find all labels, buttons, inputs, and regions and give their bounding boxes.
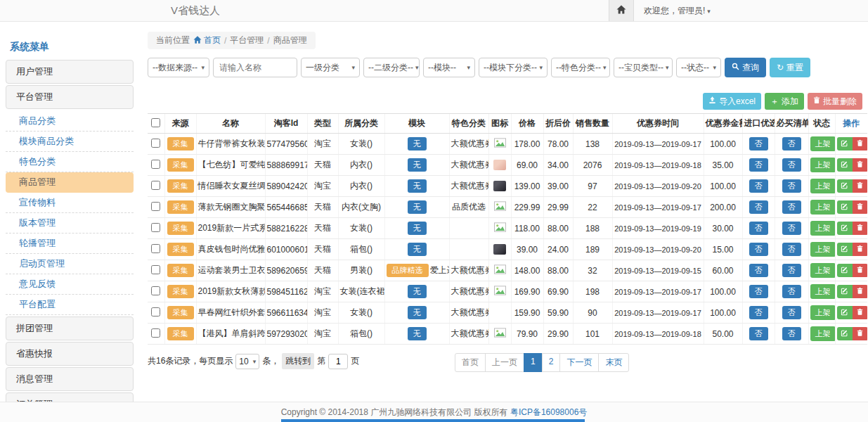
sidebar-item-version-management[interactable]: 版本管理 — [6, 213, 134, 234]
import-select-toggle[interactable]: 否 — [749, 179, 768, 193]
row-checkbox[interactable] — [151, 307, 160, 316]
page-first[interactable]: 首页 — [455, 353, 486, 372]
sidebar-section-platform-management[interactable]: 平台管理 — [6, 85, 134, 109]
must-buy-toggle[interactable]: 否 — [782, 327, 801, 341]
sidebar-section-group-buy-management[interactable]: 拼团管理 — [6, 316, 134, 340]
filter-select-data-source[interactable]: --数据来源--▾ — [148, 58, 209, 77]
edit-button[interactable] — [837, 243, 853, 256]
import-select-toggle[interactable]: 否 — [749, 243, 768, 257]
sidebar-item-goods-category[interactable]: 商品分类 — [6, 111, 134, 132]
add-button[interactable]: ＋ 添加 — [765, 93, 804, 110]
sidebar-item-platform-config[interactable]: 平台配置 — [6, 295, 134, 315]
sidebar-item-goods-management[interactable]: 商品管理 — [6, 172, 134, 193]
import-select-toggle[interactable]: 否 — [749, 306, 768, 320]
row-checkbox[interactable] — [151, 160, 160, 169]
filter-select-module[interactable]: --模块--▾ — [423, 58, 475, 77]
edit-button[interactable] — [837, 264, 853, 277]
import-select-toggle[interactable]: 否 — [749, 264, 768, 278]
filter-select-item-type[interactable]: --宝贝类型--▾ — [614, 58, 673, 77]
filter-select-level1-category[interactable]: 一级分类▾ — [301, 58, 360, 77]
sidebar-section-message-management[interactable]: 消息管理 — [6, 367, 134, 391]
import-select-toggle[interactable]: 否 — [749, 137, 768, 151]
delete-button[interactable] — [853, 222, 868, 235]
edit-button[interactable] — [837, 285, 853, 298]
import-select-toggle[interactable]: 否 — [749, 222, 768, 236]
sidebar-item-feedback[interactable]: 意见反馈 — [6, 274, 134, 295]
page-last[interactable]: 末页 — [598, 353, 629, 372]
row-checkbox[interactable] — [151, 181, 160, 190]
edit-button[interactable] — [837, 327, 853, 340]
delete-button[interactable] — [853, 158, 868, 172]
edit-button[interactable] — [837, 158, 853, 172]
status-toggle[interactable]: 上架 — [810, 263, 836, 278]
delete-button[interactable] — [853, 179, 868, 193]
sidebar-item-feature-category[interactable]: 特色分类 — [6, 152, 134, 172]
page-2[interactable]: 2 — [542, 353, 561, 372]
status-toggle[interactable]: 上架 — [810, 326, 836, 341]
page-number-input[interactable] — [328, 354, 348, 369]
delete-button[interactable] — [853, 137, 868, 151]
select-all-checkbox[interactable] — [151, 118, 160, 127]
row-checkbox[interactable] — [151, 139, 160, 148]
must-buy-toggle[interactable]: 否 — [782, 222, 801, 236]
batch-delete-button[interactable]: 批量删除 — [808, 93, 862, 110]
reset-button[interactable]: ↻重置 — [770, 58, 810, 77]
delete-button[interactable] — [853, 200, 868, 214]
must-buy-toggle[interactable]: 否 — [782, 243, 801, 257]
filter-select-level2-category[interactable]: --二级分类--▾ — [363, 58, 420, 77]
row-checkbox[interactable] — [151, 223, 160, 232]
must-buy-toggle[interactable]: 否 — [782, 137, 801, 151]
row-checkbox[interactable] — [151, 244, 160, 253]
delete-button[interactable] — [853, 285, 868, 298]
search-button[interactable]: 查询 — [725, 58, 766, 77]
icp-link[interactable]: 粤ICP备16098006号 — [510, 407, 587, 417]
must-buy-toggle[interactable]: 否 — [782, 306, 801, 320]
edit-button[interactable] — [837, 222, 853, 235]
status-toggle[interactable]: 上架 — [810, 200, 836, 215]
status-toggle[interactable]: 上架 — [810, 179, 836, 193]
breadcrumb-home-link[interactable]: 首页 — [193, 34, 221, 46]
filter-select-module-sub-category[interactable]: --模块下分类--▾ — [479, 58, 548, 77]
page-next[interactable]: 下一页 — [559, 353, 599, 372]
edit-button[interactable] — [837, 179, 853, 193]
must-buy-toggle[interactable]: 否 — [782, 285, 801, 299]
sidebar-item-promo-materials[interactable]: 宣传物料 — [6, 193, 134, 213]
edit-button[interactable] — [837, 306, 853, 319]
status-toggle[interactable]: 上架 — [810, 136, 836, 151]
edit-button[interactable] — [837, 137, 853, 151]
page-prev[interactable]: 上一页 — [485, 353, 524, 372]
delete-button[interactable] — [853, 327, 868, 340]
must-buy-toggle[interactable]: 否 — [782, 158, 801, 172]
status-toggle[interactable]: 上架 — [810, 158, 836, 172]
sidebar-item-splash-management[interactable]: 启动页管理 — [6, 254, 134, 274]
edit-button[interactable] — [837, 200, 853, 214]
import-excel-button[interactable]: 导入excel — [703, 93, 761, 110]
filter-select-status[interactable]: --状态--▾ — [676, 58, 721, 77]
sidebar-item-module-goods-category[interactable]: 模块商品分类 — [6, 132, 134, 152]
sidebar-section-savings-express[interactable]: 省惠快报 — [6, 342, 134, 366]
import-select-toggle[interactable]: 否 — [749, 285, 768, 299]
delete-button[interactable] — [853, 243, 868, 256]
import-select-toggle[interactable]: 否 — [749, 158, 768, 172]
per-page-select[interactable]: 10 ▾ — [235, 354, 259, 369]
row-checkbox[interactable] — [151, 265, 160, 274]
status-toggle[interactable]: 上架 — [810, 242, 836, 257]
status-toggle[interactable]: 上架 — [810, 221, 836, 236]
import-select-toggle[interactable]: 否 — [749, 327, 768, 341]
page-1[interactable]: 1 — [524, 353, 543, 372]
status-toggle[interactable]: 上架 — [810, 284, 836, 299]
delete-button[interactable] — [853, 264, 868, 277]
name-input[interactable] — [213, 58, 297, 77]
home-button[interactable] — [609, 0, 634, 21]
must-buy-toggle[interactable]: 否 — [782, 179, 801, 193]
sidebar-section-user-management[interactable]: 用户管理 — [6, 60, 134, 84]
status-toggle[interactable]: 上架 — [810, 305, 836, 320]
row-checkbox[interactable] — [151, 286, 160, 295]
user-menu[interactable]: 欢迎您，管理员!▾ — [644, 0, 711, 22]
filter-select-feature-category[interactable]: --特色分类--▾ — [551, 58, 610, 77]
import-select-toggle[interactable]: 否 — [749, 200, 768, 215]
must-buy-toggle[interactable]: 否 — [782, 200, 801, 215]
row-checkbox[interactable] — [151, 328, 160, 338]
delete-button[interactable] — [853, 306, 868, 319]
must-buy-toggle[interactable]: 否 — [782, 264, 801, 278]
